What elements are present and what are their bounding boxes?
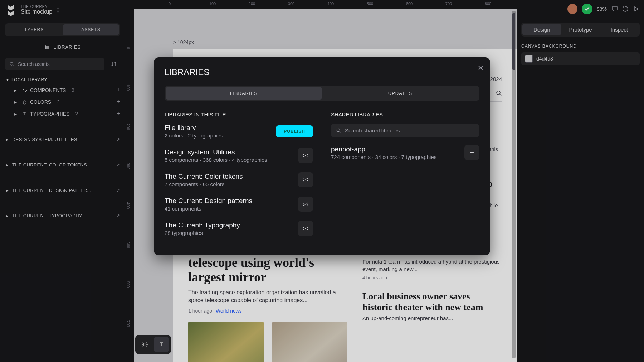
local-libs-heading: LIBRARIES IN THIS FILE — [165, 111, 313, 117]
unlink-button[interactable] — [298, 221, 313, 236]
shared-libs-search[interactable]: Search shared libraries — [331, 124, 479, 137]
add-shared-lib-button[interactable]: + — [464, 145, 479, 160]
close-button[interactable]: ✕ — [478, 64, 484, 72]
tab-updates[interactable]: UPDATES — [322, 87, 478, 100]
shared-libs-heading: SHARED LIBRARIES — [331, 111, 479, 117]
search-icon — [336, 128, 341, 133]
svg-point-11 — [337, 129, 340, 131]
unlink-button[interactable] — [298, 172, 313, 187]
unlink-button[interactable] — [298, 148, 313, 163]
publish-button[interactable]: PUBLISH — [276, 125, 313, 137]
tab-libraries[interactable]: LIBRARIES — [166, 87, 322, 100]
unlink-button[interactable] — [298, 197, 313, 212]
modal-title: LIBRARIES — [165, 67, 479, 77]
libraries-modal: ✕ LIBRARIES LIBRARIES UPDATES LIBRARIES … — [154, 57, 490, 255]
